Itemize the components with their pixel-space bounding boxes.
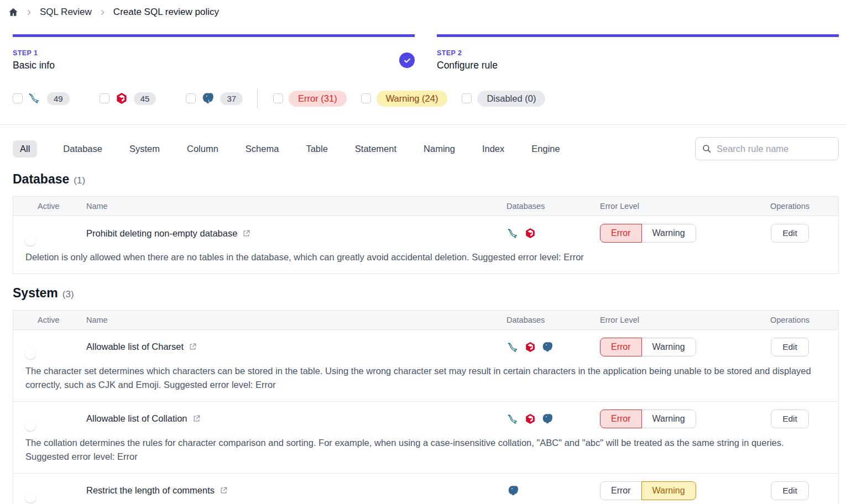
error-level-toggle-group: Error Warning bbox=[600, 410, 696, 428]
step-title: Basic info bbox=[13, 60, 415, 71]
external-link-icon bbox=[189, 343, 197, 351]
search-icon bbox=[702, 144, 712, 156]
breadcrumb-sql-review[interactable]: SQL Review bbox=[40, 7, 92, 18]
tab-all[interactable]: All bbox=[13, 140, 37, 158]
error-level-button[interactable]: Error bbox=[600, 410, 642, 428]
postgresql-elephant-icon bbox=[506, 484, 520, 497]
rule-name-link[interactable]: Allowable list of Collation bbox=[86, 413, 201, 424]
column-header-error-level: Error Level bbox=[587, 316, 741, 324]
search-box bbox=[695, 137, 839, 160]
system-rules-table: Active Name Databases Error Level Operat… bbox=[13, 310, 839, 504]
filter-bar: 49 45 37 bbox=[0, 88, 846, 108]
tab-database[interactable]: Database bbox=[62, 140, 103, 158]
column-header-active: Active bbox=[13, 202, 86, 211]
step-complete-check-icon bbox=[399, 53, 415, 68]
step-indicator: STEP 1 Basic info STEP 2 Configure rule bbox=[0, 34, 846, 71]
table-header-row: Active Name Databases Error Level Operat… bbox=[13, 311, 838, 330]
column-header-name: Name bbox=[86, 202, 465, 211]
filter-level-error: Error (31) bbox=[273, 91, 347, 107]
filter-engine-tidb: 45 bbox=[100, 92, 156, 105]
mysql-dolphin-icon bbox=[506, 227, 520, 240]
error-level-button[interactable]: Error bbox=[600, 481, 642, 500]
create-sql-review-policy-page: SQL Review Create SQL review policy STEP… bbox=[0, 0, 846, 504]
column-header-error-level: Error Level bbox=[587, 202, 741, 211]
rule-name-text: Allowable list of Charset bbox=[86, 342, 184, 352]
rule-database-engines bbox=[465, 484, 587, 497]
step-label: STEP 1 bbox=[13, 49, 415, 57]
filter-divider bbox=[257, 88, 258, 108]
tab-naming[interactable]: Naming bbox=[422, 140, 456, 158]
section-divider bbox=[0, 124, 846, 125]
error-level-toggle-group: Error Warning bbox=[600, 481, 696, 500]
error-filter-checkbox[interactable] bbox=[273, 93, 283, 103]
rule-name-link[interactable]: Allowable list of Charset bbox=[86, 342, 197, 352]
disabled-filter-checkbox[interactable] bbox=[462, 93, 472, 103]
mysql-dolphin-icon bbox=[506, 340, 520, 354]
tab-table[interactable]: Table bbox=[305, 140, 328, 158]
edit-button[interactable]: Edit bbox=[771, 481, 809, 500]
rule-database-engines bbox=[465, 227, 587, 240]
table-row: Allowable list of Charset bbox=[13, 330, 838, 364]
disabled-count-pill: Disabled (0) bbox=[477, 91, 545, 107]
tab-schema[interactable]: Schema bbox=[244, 140, 280, 158]
breadcrumb: SQL Review Create SQL review policy bbox=[0, 0, 846, 18]
column-header-databases: Databases bbox=[465, 202, 587, 211]
warning-level-button[interactable]: Warning bbox=[641, 338, 696, 356]
rule-name-text: Prohibit deleting non-empty database bbox=[86, 228, 237, 239]
rule-name-link[interactable]: Restrict the length of comments bbox=[86, 485, 228, 496]
chevron-right-icon bbox=[99, 9, 106, 16]
step-2-configure-rule[interactable]: STEP 2 Configure rule bbox=[437, 34, 839, 71]
table-row: Restrict the length of comments Error Wa… bbox=[13, 474, 838, 504]
mysql-rule-count: 49 bbox=[47, 92, 70, 105]
rule-description: The collation determines the rules for c… bbox=[13, 436, 838, 473]
chevron-right-icon bbox=[25, 9, 33, 16]
filter-level-warning: Warning (24) bbox=[361, 91, 448, 107]
rule-name-link[interactable]: Prohibit deleting non-empty database bbox=[86, 228, 250, 239]
step-title: Configure rule bbox=[437, 60, 839, 71]
warning-level-button[interactable]: Warning bbox=[641, 410, 696, 428]
system-section-heading: System (3) bbox=[0, 286, 846, 301]
error-level-button[interactable]: Error bbox=[600, 338, 642, 356]
external-link-icon bbox=[242, 229, 250, 238]
section-count: (3) bbox=[62, 289, 74, 300]
postgresql-elephant-icon bbox=[201, 92, 215, 105]
category-tabs: All Database System Column Schema Table … bbox=[13, 140, 561, 158]
category-tab-bar: All Database System Column Schema Table … bbox=[0, 137, 846, 160]
home-icon[interactable] bbox=[8, 7, 18, 17]
edit-button[interactable]: Edit bbox=[771, 338, 809, 356]
search-input[interactable] bbox=[695, 137, 839, 160]
step-label: STEP 2 bbox=[437, 49, 839, 57]
tab-engine[interactable]: Engine bbox=[530, 140, 561, 158]
tab-column[interactable]: Column bbox=[186, 140, 220, 158]
rule-database-engines bbox=[465, 412, 587, 426]
mysql-filter-checkbox[interactable] bbox=[13, 93, 23, 103]
tidb-rule-count: 45 bbox=[134, 92, 156, 105]
database-rules-table: Active Name Databases Error Level Operat… bbox=[13, 196, 839, 274]
column-header-operations: Operations bbox=[741, 202, 838, 211]
table-header-row: Active Name Databases Error Level Operat… bbox=[13, 197, 838, 216]
tidb-filter-checkbox[interactable] bbox=[100, 93, 109, 103]
tab-index[interactable]: Index bbox=[481, 140, 505, 158]
tab-system[interactable]: System bbox=[128, 140, 161, 158]
postgresql-elephant-icon bbox=[541, 412, 554, 426]
postgres-filter-checkbox[interactable] bbox=[186, 93, 196, 103]
filter-engine-mysql: 49 bbox=[13, 92, 70, 105]
tidb-logo-icon bbox=[524, 340, 537, 354]
edit-button[interactable]: Edit bbox=[771, 410, 809, 428]
column-header-name: Name bbox=[86, 316, 465, 324]
rule-description: The character set determines which chara… bbox=[13, 364, 838, 401]
step-1-basic-info[interactable]: STEP 1 Basic info bbox=[13, 34, 415, 71]
tab-statement[interactable]: Statement bbox=[354, 140, 398, 158]
database-section-heading: Database (1) bbox=[0, 172, 846, 187]
mysql-dolphin-icon bbox=[506, 412, 520, 426]
error-count-pill: Error (31) bbox=[289, 91, 347, 107]
edit-button[interactable]: Edit bbox=[771, 224, 809, 243]
section-title: Database bbox=[13, 172, 69, 187]
warning-level-button[interactable]: Warning bbox=[641, 481, 696, 500]
table-row: Allowable list of Collation bbox=[13, 402, 838, 436]
warning-filter-checkbox[interactable] bbox=[361, 93, 371, 103]
error-level-button[interactable]: Error bbox=[600, 224, 642, 243]
postgresql-elephant-icon bbox=[541, 340, 554, 354]
table-row: Prohibit deleting non-empty database bbox=[13, 216, 838, 250]
warning-level-button[interactable]: Warning bbox=[641, 224, 696, 243]
